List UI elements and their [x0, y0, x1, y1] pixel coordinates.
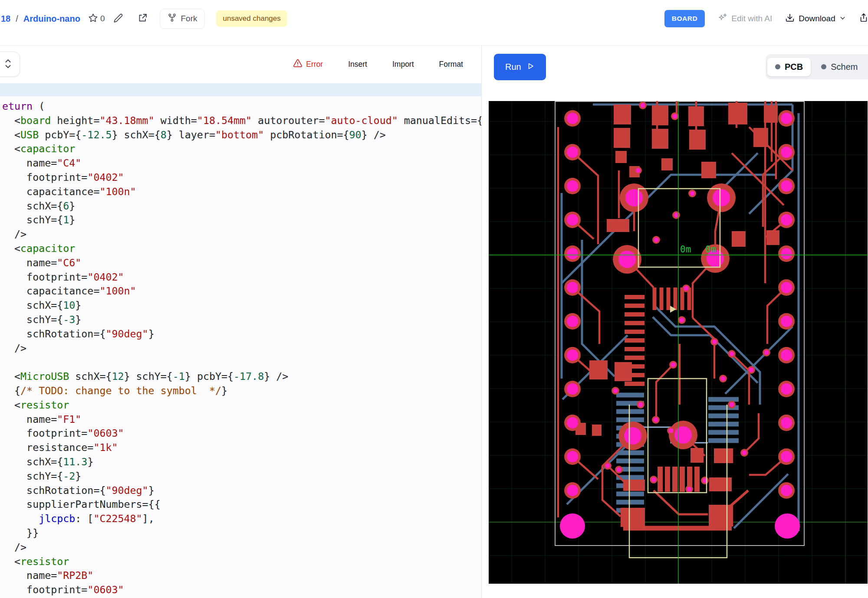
- code-line[interactable]: schRotation={"90deg"}: [2, 327, 481, 341]
- sparkles-icon: [718, 13, 727, 25]
- pcb-view: 0m 0m: [489, 101, 868, 584]
- code-line[interactable]: name="RP2B": [2, 569, 481, 583]
- download-button[interactable]: Download: [785, 13, 846, 25]
- editor-top-highlight: [0, 83, 481, 96]
- code-line[interactable]: schY={-3}: [2, 313, 481, 327]
- pcb-dot-icon: [775, 64, 780, 69]
- preview-pane: Run PCB Schem: [482, 46, 868, 598]
- code-line[interactable]: footprint="0402": [2, 270, 481, 284]
- breadcrumb-owner-link[interactable]: 18: [1, 14, 10, 24]
- view-toggle: PCB Schem: [766, 54, 868, 79]
- code-line[interactable]: name="C4": [2, 156, 481, 170]
- warning-triangle-icon: [293, 59, 302, 70]
- code-line[interactable]: schX={6}: [2, 199, 481, 213]
- chevron-down-icon: [839, 14, 846, 23]
- code-line[interactable]: footprint="0402": [2, 170, 481, 185]
- code-line[interactable]: />: [2, 341, 481, 356]
- code-line[interactable]: />: [2, 227, 481, 242]
- code-line[interactable]: <board height="43.18mm" width="18.54mm" …: [2, 114, 481, 128]
- download-label: Download: [799, 14, 835, 23]
- download-icon: [785, 13, 795, 25]
- pcb-origin-label-y: 0m: [705, 244, 716, 255]
- code-line[interactable]: <USB pcbY={-12.5} schX={8} layer="bottom…: [2, 128, 481, 142]
- external-link-icon: [137, 13, 148, 25]
- chevrons-up-down-icon: [4, 58, 12, 71]
- open-link-button[interactable]: [137, 13, 148, 25]
- breadcrumb-separator: /: [15, 14, 19, 24]
- tab-schematic[interactable]: Schem: [813, 58, 865, 76]
- rename-button[interactable]: [113, 13, 123, 24]
- edit-with-ai-label: Edit with AI: [731, 14, 772, 23]
- code-line[interactable]: capacitance="100n": [2, 185, 481, 199]
- code-line[interactable]: footprint="0603": [2, 426, 481, 441]
- code-editor[interactable]: eturn ( <board height="43.18mm" width="1…: [0, 83, 481, 598]
- edit-with-ai-button[interactable]: Edit with AI: [718, 13, 772, 25]
- fork-label: Fork: [181, 14, 197, 23]
- code-line[interactable]: [2, 355, 481, 369]
- code-line[interactable]: <capacitor: [2, 242, 481, 256]
- code-line[interactable]: <resistor: [2, 555, 481, 569]
- code-line[interactable]: schX={11.3}: [2, 455, 481, 469]
- breadcrumb: 18 / Arduino-nano 0 Fork unsaved change: [1, 9, 287, 29]
- unsaved-changes-badge: unsaved changes: [216, 10, 287, 27]
- header-actions: BOARD Edit with AI Download Co: [664, 10, 868, 27]
- code-line[interactable]: eturn (: [2, 99, 481, 114]
- breadcrumb-project-link[interactable]: Arduino-nano: [23, 14, 80, 24]
- code-line[interactable]: schY={1}: [2, 213, 481, 227]
- pcb-canvas[interactable]: 0m 0m: [489, 101, 868, 584]
- file-select-button[interactable]: [0, 52, 20, 77]
- code-line[interactable]: <resistor: [2, 398, 481, 412]
- code-line[interactable]: schY={-2}: [2, 469, 481, 484]
- code-line[interactable]: schX={10}: [2, 298, 481, 313]
- main-split: Error Insert Import Format eturn ( <boar…: [0, 46, 868, 598]
- tab-schematic-label: Schem: [831, 62, 858, 72]
- import-button[interactable]: Import: [392, 60, 414, 69]
- error-label: Error: [306, 60, 323, 69]
- play-icon: [526, 62, 535, 72]
- board-button[interactable]: BOARD: [664, 10, 705, 27]
- fork-icon: [168, 13, 177, 24]
- code-line[interactable]: {/* TODO: change to the symbol */}: [2, 384, 481, 398]
- run-button[interactable]: Run: [494, 54, 546, 80]
- format-button[interactable]: Format: [439, 60, 463, 69]
- pencil-icon: [113, 13, 123, 24]
- code-line[interactable]: />: [2, 540, 481, 555]
- tab-pcb-label: PCB: [785, 62, 803, 72]
- code-lines[interactable]: eturn ( <board height="43.18mm" width="1…: [0, 99, 481, 598]
- error-button[interactable]: Error: [293, 59, 323, 70]
- code-line[interactable]: supplierPartNumbers={{: [2, 497, 481, 512]
- schematic-dot-icon: [821, 64, 826, 69]
- code-line[interactable]: name="C6": [2, 256, 481, 270]
- code-line[interactable]: footprint="0603": [2, 583, 481, 597]
- code-line[interactable]: schRotation={"90deg"}: [2, 484, 481, 498]
- run-label: Run: [505, 62, 521, 72]
- copy-button[interactable]: Co: [859, 13, 868, 25]
- insert-button[interactable]: Insert: [348, 60, 367, 69]
- code-line[interactable]: resistance="1k": [2, 441, 481, 455]
- app-header: 18 / Arduino-nano 0 Fork unsaved change: [0, 0, 868, 46]
- code-line[interactable]: }}: [2, 526, 481, 540]
- share-upload-icon: [859, 13, 868, 25]
- star-button[interactable]: 0: [88, 13, 105, 24]
- code-line[interactable]: <capacitor: [2, 142, 481, 156]
- editor-pane: Error Insert Import Format eturn ( <boar…: [0, 46, 482, 598]
- code-line[interactable]: name="F1": [2, 412, 481, 427]
- preview-toolbar: Run PCB Schem: [482, 46, 868, 101]
- star-icon: [88, 13, 98, 24]
- editor-toolbar: Error Insert Import Format: [0, 46, 481, 83]
- code-line[interactable]: <MicroUSB schX={12} schY={-1} pcbY={-17.…: [2, 369, 481, 384]
- star-count: 0: [100, 14, 105, 23]
- code-line[interactable]: jlcpcb: ["C22548"],: [2, 512, 481, 526]
- tab-pcb[interactable]: PCB: [767, 58, 811, 76]
- fork-button[interactable]: Fork: [160, 9, 205, 29]
- pcb-origin-label-x: 0m: [680, 244, 691, 255]
- code-line[interactable]: capacitance="100n": [2, 284, 481, 298]
